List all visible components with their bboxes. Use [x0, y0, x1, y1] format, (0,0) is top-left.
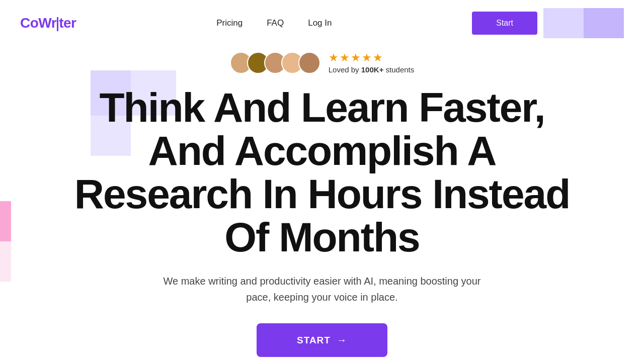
avatar-stack: [230, 52, 320, 74]
nav-decorative-blocks: [543, 8, 624, 38]
navbar: CoWrter Pricing FAQ Log In Start: [0, 0, 644, 46]
avatar-5: [298, 52, 320, 74]
stars-and-text: ★★★★★ Loved by 100K+ students: [329, 51, 415, 74]
logo-cursor: [57, 17, 58, 31]
nav-right: Start: [472, 8, 624, 38]
loved-text: Loved by 100K+ students: [329, 65, 415, 74]
nav-item-faq[interactable]: FAQ: [267, 18, 284, 28]
hero-heading: Think And Learn Faster, And Accomplish A…: [70, 86, 574, 259]
arrow-icon: →: [337, 334, 347, 346]
nav-link-faq[interactable]: FAQ: [267, 18, 284, 28]
start-button-label: START: [297, 335, 331, 346]
star-rating: ★★★★★: [329, 51, 384, 64]
nav-deco-block-1: [543, 8, 584, 38]
logo[interactable]: CoWrter: [20, 15, 76, 31]
main-content: ★★★★★ Loved by 100K+ students Think And …: [0, 51, 644, 357]
nav-link-login[interactable]: Log In: [308, 18, 332, 28]
loved-prefix: Loved by: [329, 65, 361, 74]
start-button-nav[interactable]: Start: [472, 12, 537, 35]
social-proof: ★★★★★ Loved by 100K+ students: [230, 51, 415, 74]
nav-item-login[interactable]: Log In: [308, 18, 332, 28]
loved-count: 100K+: [361, 65, 384, 74]
loved-suffix: students: [383, 65, 414, 74]
nav-link-pricing[interactable]: Pricing: [216, 18, 243, 28]
nav-item-pricing[interactable]: Pricing: [216, 18, 243, 28]
start-button-main[interactable]: START →: [257, 323, 387, 357]
nav-deco-block-2: [584, 8, 624, 38]
hero-subtext: We make writing and productivity easier …: [151, 273, 493, 305]
nav-links: Pricing FAQ Log In: [216, 18, 332, 28]
